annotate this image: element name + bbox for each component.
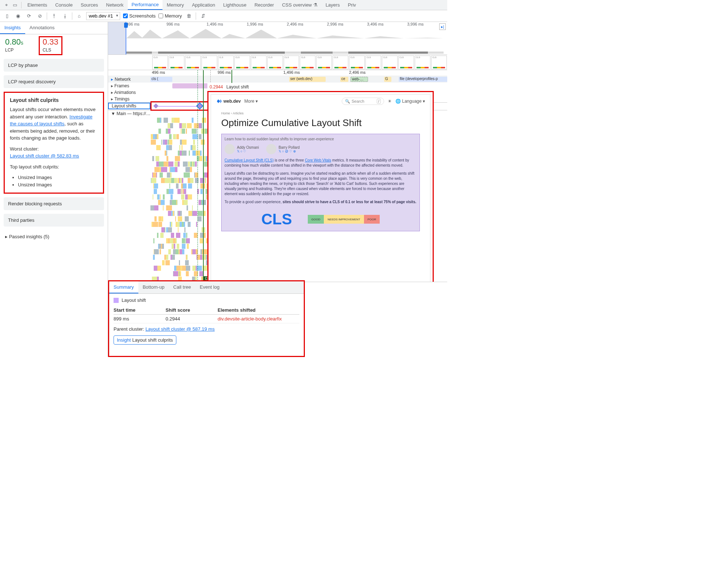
filmstrip-thumb[interactable]: CLS (234, 56, 250, 69)
filmstrip[interactable]: for(let i=0;i<18;i++)document.write('<di… (108, 55, 447, 70)
card-third-parties[interactable]: Third parties (4, 214, 104, 227)
search-box: 🔍 Search / (342, 98, 384, 105)
cls-illustration: CLS (261, 210, 292, 228)
tab-privacy[interactable]: Priv (344, 0, 360, 10)
more-menu: More ▾ (244, 99, 258, 104)
memory-checkbox[interactable]: Memory (158, 13, 182, 19)
inspect-icon[interactable]: ⌖ (2, 2, 10, 8)
tab-application[interactable]: Application (188, 0, 219, 10)
gc-icon[interactable]: 🗑 (185, 12, 193, 20)
tab-console[interactable]: Console (51, 0, 76, 10)
card-lcp-request-discovery[interactable]: LCP request discovery (4, 75, 104, 88)
overview-selection[interactable] (108, 22, 126, 54)
tab-network[interactable]: Network (103, 0, 127, 10)
network-block[interactable]: G (384, 77, 391, 82)
shifted-element-link[interactable]: div.devsite-article-body.clearfix (218, 315, 299, 323)
network-track[interactable]: Network cls ( ser (web.dev) ce web-… G f… (108, 76, 447, 83)
filmstrip-thumb[interactable]: CLS (152, 56, 168, 69)
dock-side-icon[interactable]: ▯ (3, 12, 11, 20)
lcp-metric[interactable]: 0.80s LCP (5, 37, 23, 55)
network-block[interactable]: web-… (350, 77, 368, 82)
filmstrip-thumb[interactable]: CLS (398, 56, 414, 69)
session-select[interactable]: web.dev #1 (86, 12, 120, 20)
network-block[interactable]: ce (340, 77, 348, 82)
subtab-annotations[interactable]: Annotations (25, 22, 59, 34)
filmstrip-thumb[interactable]: CLS (333, 56, 348, 69)
article-title: Optimize Cumulative Layout Shift (221, 117, 420, 129)
network-block[interactable]: ser (web.dev) (289, 77, 326, 82)
filmstrip-thumb[interactable]: CLS (169, 56, 184, 69)
insight-chip[interactable]: InsightLayout shift culprits (114, 335, 176, 345)
filmstrip-thumb[interactable]: CLS (316, 56, 332, 69)
insights-subtabs: Insights Annotations (0, 22, 108, 34)
network-block[interactable]: cls ( (150, 77, 172, 82)
flame-chart[interactable]: 496 ms 996 ms 1,496 ms 2,496 ms Network … (108, 70, 447, 282)
layout-shifts-label[interactable]: Layout shifts (108, 103, 150, 109)
filmstrip-thumb[interactable]: CLS (300, 56, 315, 69)
network-block[interactable]: file (developerprofiles-p (399, 77, 447, 82)
drawer-tab-summary[interactable]: Summary (109, 281, 138, 293)
shift-score-cell: 0.2944 (166, 315, 218, 323)
tab-lighthouse[interactable]: Lighthouse (219, 0, 250, 10)
breadcrumb: Home › Articles (221, 111, 420, 115)
drawer-event-header: Layout shift (114, 297, 299, 303)
performance-trace: 496 ms 996 ms 1,496 ms 1,996 ms 2,496 ms… (108, 22, 447, 357)
tab-memory[interactable]: Memory (163, 0, 188, 10)
upload-icon[interactable]: ⭱ (50, 12, 58, 20)
filmstrip-thumb[interactable]: CLS (185, 56, 201, 69)
filmstrip-thumb[interactable]: CLS (382, 56, 398, 69)
tab-layers[interactable]: Layers (322, 0, 344, 10)
shortcuts-icon[interactable]: ⇵ (199, 12, 207, 20)
filmstrip-thumb[interactable]: CLS (284, 56, 299, 69)
home-icon[interactable]: ⌂ (75, 12, 83, 20)
filmstrip-thumb[interactable]: CLS (267, 56, 283, 69)
selection-handle-icon[interactable] (124, 23, 128, 28)
passed-insights-toggle[interactable]: Passed insights (5) (0, 230, 108, 243)
download-icon[interactable]: ⭳ (61, 12, 69, 20)
drawer-details-table: Start time Shift score Elements shifted … (114, 306, 299, 323)
timeline-overview[interactable]: 496 ms 996 ms 1,496 ms 1,996 ms 2,496 ms… (108, 22, 447, 55)
culprits-paragraph: Layout shifts occur when elements move a… (10, 106, 98, 142)
devtools-main-tabs: ⌖ ▭ Elements Console Sources Network Per… (0, 0, 447, 10)
event-swatch (114, 298, 119, 303)
tab-performance[interactable]: Performance (128, 0, 162, 10)
tab-recorder[interactable]: Recorder (251, 0, 277, 10)
worst-cluster-link[interactable]: Layout shift cluster @ 582.83 ms (10, 153, 79, 159)
tab-css-overview[interactable]: CSS overview ⚗ (278, 0, 321, 10)
filmstrip-thumb[interactable]: CLS (415, 56, 430, 69)
tab-sources[interactable]: Sources (77, 0, 102, 10)
subtab-insights[interactable]: Insights (0, 22, 25, 34)
sidebar-collapse-icon[interactable]: ▸| (439, 23, 446, 30)
record-icon[interactable]: ◉ (14, 12, 22, 20)
lcp-value: 0.80 (5, 37, 21, 46)
memory-input[interactable] (158, 14, 163, 18)
screenshots-input[interactable] (123, 14, 128, 18)
tab-elements[interactable]: Elements (24, 0, 51, 10)
filmstrip-thumb[interactable]: CLS (251, 56, 267, 69)
timing-marker (198, 70, 198, 282)
filmstrip-thumb[interactable]: CLS (349, 56, 365, 69)
device-toggle-icon[interactable]: ▭ (11, 2, 19, 8)
filmstrip-thumb[interactable]: CLS (202, 56, 217, 69)
webdev-logo-icon (216, 98, 222, 104)
crux-bar: GOOD NEEDS IMPROVEMENT POOR (308, 215, 380, 224)
drawer-tab-bottom-up[interactable]: Bottom-up (138, 281, 169, 293)
culprit-item: Unsized Images (18, 181, 98, 189)
card-lcp-by-phase[interactable]: LCP by phase (4, 59, 104, 72)
drawer-tab-event-log[interactable]: Event log (195, 281, 224, 293)
language-menu: 🌐 Language ▾ (395, 99, 425, 104)
shifted-region: Learn how to avoid sudden layout shifts … (221, 134, 420, 231)
clear-icon[interactable]: ⊘ (36, 12, 44, 20)
filmstrip-thumb[interactable]: CLS (431, 56, 447, 69)
cls-metric[interactable]: 0.33 CLS (39, 36, 62, 55)
author: Addy Osmani𝕏 ○ ♡ (225, 144, 259, 154)
screenshots-checkbox[interactable]: Screenshots (123, 13, 156, 19)
parent-cluster-link[interactable]: Layout shift cluster @ 587.19 ms (145, 326, 215, 332)
card-render-blocking[interactable]: Render blocking requests (4, 197, 104, 210)
filmstrip-thumb[interactable]: CLS (218, 56, 234, 69)
filmstrip-thumb[interactable]: CLS (365, 56, 381, 69)
reload-record-icon[interactable]: ⟳ (25, 12, 33, 20)
popover-title: Layout shift (226, 84, 249, 90)
search-icon: 🔍 (345, 99, 350, 104)
drawer-tab-call-tree[interactable]: Call tree (169, 281, 195, 293)
